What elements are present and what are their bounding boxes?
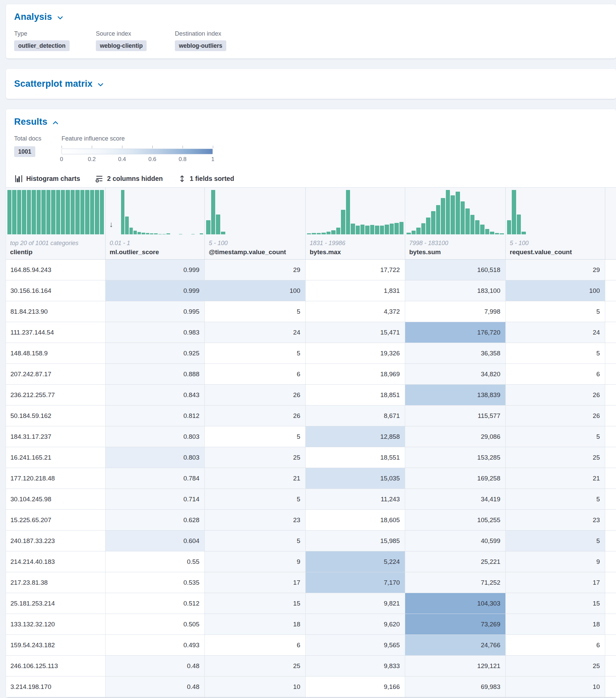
cell-ml-outlier-score[interactable]: 0.714 xyxy=(106,489,205,509)
cell-request-value-count[interactable]: 100 xyxy=(506,280,605,301)
cell-bytes-max[interactable]: 11,243 xyxy=(306,489,405,509)
cell-bytes-sum[interactable]: 138,839 xyxy=(405,385,506,405)
cell-bytes-max[interactable]: 18,851 xyxy=(306,385,405,405)
cell-request-value-count[interactable]: 18 xyxy=(506,614,605,634)
cell-request-value-count[interactable]: 15 xyxy=(506,593,605,614)
cell-timestamp-value-count[interactable]: 5 xyxy=(205,343,306,363)
cell-timestamp-value-count[interactable]: 17 xyxy=(205,572,306,593)
scatterplot-section-toggle[interactable]: Scatterplot matrix xyxy=(14,79,104,89)
cell-clientip[interactable]: 246.106.125.113 xyxy=(6,656,106,676)
cell-bytes-max[interactable]: 17,722 xyxy=(306,260,405,280)
cell-bytes-sum[interactable]: 36,358 xyxy=(405,343,506,363)
cell-ml-outlier-score[interactable]: 0.505 xyxy=(106,614,205,634)
cell-ml-outlier-score[interactable]: 0.535 xyxy=(106,572,205,593)
cell-clientip[interactable]: 148.48.158.9 xyxy=(6,343,106,363)
cell-bytes-sum[interactable]: 73,269 xyxy=(405,614,506,634)
cell-ml-outlier-score[interactable]: 0.925 xyxy=(106,343,205,363)
cell-bytes-sum[interactable]: 160,518 xyxy=(405,260,506,280)
cell-clientip[interactable]: 25.181.253.214 xyxy=(6,593,106,614)
cell-timestamp-value-count[interactable]: 6 xyxy=(205,364,306,384)
cell-bytes-max[interactable]: 19,326 xyxy=(306,343,405,363)
analysis-section-toggle[interactable]: Analysis xyxy=(14,12,64,22)
results-section-toggle[interactable]: Results xyxy=(14,117,59,127)
cell-bytes-sum[interactable]: 24,766 xyxy=(405,635,506,655)
cell-request-value-count[interactable]: 26 xyxy=(506,385,605,405)
cell-request-value-count[interactable]: 6 xyxy=(506,364,605,384)
cell-ml-outlier-score[interactable]: 0.888 xyxy=(106,364,205,384)
cell-ml-outlier-score[interactable]: 0.48 xyxy=(106,676,205,697)
cell-bytes-max[interactable]: 18,605 xyxy=(306,510,405,530)
cell-bytes-sum[interactable]: 71,252 xyxy=(405,572,506,593)
cell-clientip[interactable]: 81.84.213.90 xyxy=(6,301,106,322)
cell-bytes-sum[interactable]: 29,086 xyxy=(405,426,506,447)
cell-bytes-max[interactable]: 9,833 xyxy=(306,656,405,676)
cell-timestamp-value-count[interactable]: 23 xyxy=(205,510,306,530)
cell-bytes-sum[interactable]: 169,258 xyxy=(405,468,506,489)
column-header-request-value-count[interactable]: 5 - 100request.value_count xyxy=(506,187,605,259)
cell-bytes-sum[interactable]: 7,998 xyxy=(405,301,506,322)
cell-clientip[interactable]: 159.54.243.182 xyxy=(6,635,106,655)
cell-bytes-sum[interactable]: 104,303 xyxy=(405,593,506,614)
cell-ml-outlier-score[interactable]: 0.803 xyxy=(106,426,205,447)
cell-bytes-max[interactable]: 7,170 xyxy=(306,572,405,593)
cell-ml-outlier-score[interactable]: 0.784 xyxy=(106,468,205,489)
cell-bytes-max[interactable]: 18,969 xyxy=(306,364,405,384)
cell-clientip[interactable]: 164.85.94.243 xyxy=(6,260,106,280)
cell-ml-outlier-score[interactable]: 0.604 xyxy=(106,531,205,551)
cell-request-value-count[interactable]: 17 xyxy=(506,572,605,593)
cell-clientip[interactable]: 30.104.245.98 xyxy=(6,489,106,509)
cell-timestamp-value-count[interactable]: 25 xyxy=(205,447,306,468)
cell-ml-outlier-score[interactable]: 0.812 xyxy=(106,405,205,426)
cell-timestamp-value-count[interactable]: 6 xyxy=(205,635,306,655)
cell-bytes-max[interactable]: 15,471 xyxy=(306,322,405,343)
column-header-clientip[interactable]: top 20 of 1001 categoriesclientip xyxy=(6,187,106,259)
column-header-bytes-max[interactable]: 1831 - 19986bytes.max xyxy=(306,187,405,259)
cell-ml-outlier-score[interactable]: 0.999 xyxy=(106,260,205,280)
cell-request-value-count[interactable]: 24 xyxy=(506,322,605,343)
cell-bytes-sum[interactable]: 129,121 xyxy=(405,656,506,676)
cell-ml-outlier-score[interactable]: 0.48 xyxy=(106,656,205,676)
cell-clientip[interactable]: 207.242.87.17 xyxy=(6,364,106,384)
cell-timestamp-value-count[interactable]: 25 xyxy=(205,656,306,676)
cell-bytes-sum[interactable]: 34,820 xyxy=(405,364,506,384)
cell-request-value-count[interactable]: 5 xyxy=(506,531,605,551)
cell-request-value-count[interactable]: 25 xyxy=(506,447,605,468)
cell-timestamp-value-count[interactable]: 26 xyxy=(205,405,306,426)
cell-bytes-sum[interactable]: 183,100 xyxy=(405,280,506,301)
cell-timestamp-value-count[interactable]: 5 xyxy=(205,301,306,322)
cell-ml-outlier-score[interactable]: 0.512 xyxy=(106,593,205,614)
cell-timestamp-value-count[interactable]: 5 xyxy=(205,426,306,447)
cell-ml-outlier-score[interactable]: 0.628 xyxy=(106,510,205,530)
cell-request-value-count[interactable]: 5 xyxy=(506,343,605,363)
cell-request-value-count[interactable]: 29 xyxy=(506,260,605,280)
cell-timestamp-value-count[interactable]: 21 xyxy=(205,468,306,489)
cell-ml-outlier-score[interactable]: 0.983 xyxy=(106,322,205,343)
cell-ml-outlier-score[interactable]: 0.55 xyxy=(106,552,205,572)
cell-request-value-count[interactable]: 26 xyxy=(506,405,605,426)
cell-bytes-max[interactable]: 15,985 xyxy=(306,531,405,551)
cell-bytes-max[interactable]: 12,858 xyxy=(306,426,405,447)
cell-request-value-count[interactable]: 25 xyxy=(506,656,605,676)
cell-bytes-sum[interactable]: 25,221 xyxy=(405,552,506,572)
cell-timestamp-value-count[interactable]: 15 xyxy=(205,593,306,614)
cell-bytes-max[interactable]: 9,565 xyxy=(306,635,405,655)
cell-request-value-count[interactable]: 23 xyxy=(506,510,605,530)
cell-ml-outlier-score[interactable]: 0.843 xyxy=(106,385,205,405)
cell-request-value-count[interactable]: 5 xyxy=(506,489,605,509)
cell-bytes-max[interactable]: 5,224 xyxy=(306,552,405,572)
cell-request-value-count[interactable]: 6 xyxy=(506,635,605,655)
cell-clientip[interactable]: 133.132.32.120 xyxy=(6,614,106,634)
cell-bytes-max[interactable]: 15,035 xyxy=(306,468,405,489)
cell-ml-outlier-score[interactable]: 0.995 xyxy=(106,301,205,322)
cell-timestamp-value-count[interactable]: 5 xyxy=(205,489,306,509)
cell-request-value-count[interactable]: 9 xyxy=(506,552,605,572)
cell-ml-outlier-score[interactable]: 0.803 xyxy=(106,447,205,468)
cell-request-value-count[interactable]: 5 xyxy=(506,301,605,322)
cell-request-value-count[interactable]: 5 xyxy=(506,426,605,447)
cell-bytes-max[interactable]: 8,671 xyxy=(306,405,405,426)
cell-clientip[interactable]: 15.225.65.207 xyxy=(6,510,106,530)
cell-clientip[interactable]: 240.187.33.223 xyxy=(6,531,106,551)
cell-bytes-sum[interactable]: 153,285 xyxy=(405,447,506,468)
cell-bytes-sum[interactable]: 40,599 xyxy=(405,531,506,551)
cell-bytes-max[interactable]: 9,620 xyxy=(306,614,405,634)
